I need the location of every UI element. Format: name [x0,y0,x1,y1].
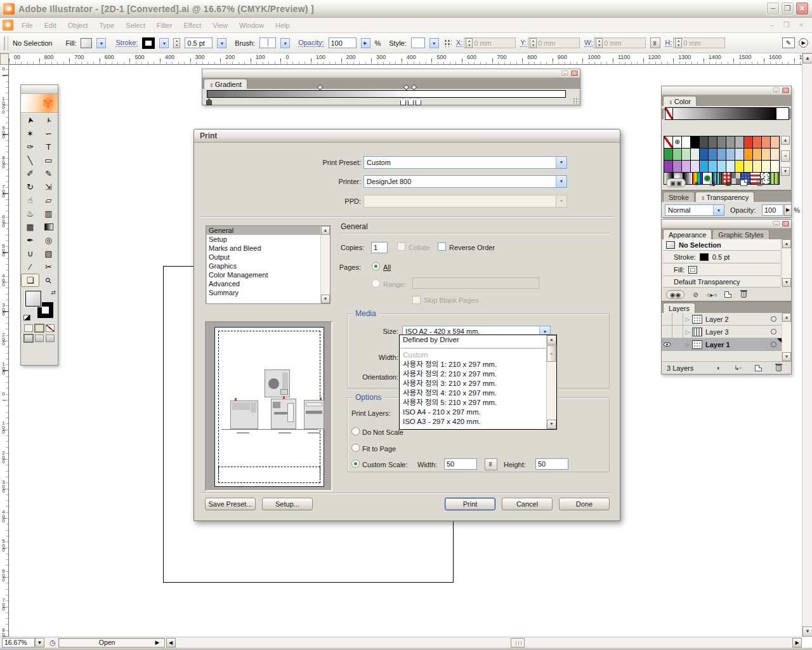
swatch[interactable]: ⊕ [673,136,682,149]
gradient-stop[interactable] [206,98,212,105]
color-spectrum-bar[interactable] [665,107,789,120]
brush-combo[interactable]: ⏐ [259,37,276,48]
status-menu-icon[interactable]: ▶ [155,639,164,646]
stroke-width-dropdown-icon[interactable]: ▼ [217,38,226,48]
opacity-spinner-icon[interactable]: ▶ [361,38,370,48]
swatch[interactable] [700,136,709,149]
size-option[interactable]: ISO A3 - 297 x 420 mm. [400,417,546,427]
clear-appearance-button[interactable]: ⊘ [690,290,700,299]
scroll-down-icon[interactable]: ▼ [547,420,556,429]
pen-tool[interactable]: ✑ [21,140,39,154]
resize-grip[interactable] [573,98,579,104]
print-dialog-titlebar[interactable]: Print [194,129,620,143]
visibility-toggle[interactable] [662,326,672,338]
scroll-down-icon[interactable]: ▼ [321,295,330,303]
blend-tool[interactable]: ◎ [39,234,58,247]
tab-transparency[interactable]: ⇕Transparency [695,192,755,202]
scrollbar-thumb[interactable] [511,638,525,647]
scroll-up-icon[interactable]: ▲ [802,53,812,63]
scroll-down-icon[interactable]: ▼ [782,278,791,287]
scrollbar-thumb[interactable]: ≡ [781,150,790,162]
delete-swatch-button[interactable] [755,178,765,187]
swatch[interactable] [717,149,726,161]
print-section-summary[interactable]: Summary [206,288,330,297]
link-scale-icon[interactable]: ∞ [485,458,497,470]
fullscreen-menubar-mode-button[interactable] [35,335,44,342]
menu-view[interactable]: View [207,19,233,32]
swatch[interactable] [664,136,673,149]
print-section-advanced[interactable]: Advanced [206,279,330,288]
swatch[interactable] [771,161,780,173]
scrollbar-thumb[interactable]: ≡ [547,345,556,362]
setup-button[interactable]: Setup... [262,498,313,510]
fit-to-page-radio[interactable] [351,444,360,452]
status-display[interactable]: Open ▶ [58,638,165,647]
printer-combo[interactable]: DesignJet 800▼ [363,175,567,188]
standard-screen-mode-button[interactable] [24,335,33,342]
selection-tool[interactable]: ➤ [21,114,39,127]
swatch[interactable] [709,149,717,161]
scale-height-field[interactable]: 50 [535,458,568,470]
style-combo[interactable] [411,37,425,48]
print-section-output[interactable]: Output [206,253,330,262]
create-layer-button[interactable] [753,364,763,373]
delete-item-button[interactable] [739,290,749,299]
color-button[interactable] [24,324,33,332]
tab-gradient[interactable]: ⇕Gradient [204,79,247,89]
free-transform-tool[interactable]: ▱ [39,194,58,207]
reference-point-icon[interactable] [443,39,452,47]
menu-effect[interactable]: Effect [178,19,207,32]
gradient-minimize-icon[interactable]: – [561,70,569,77]
size-option[interactable]: 사용자 정의 4: 210 x 297 mm. [400,388,546,398]
tab-appearance[interactable]: Appearance [663,229,712,239]
swatch[interactable] [709,161,717,173]
swatch[interactable] [691,136,700,149]
dropdown-scrollbar[interactable]: ▲ ≡ ▼ [546,335,556,429]
show-pattern-swatches-button[interactable]: ▦ [723,178,733,187]
new-swatch-button[interactable] [739,178,749,187]
zoom-level-field[interactable]: 16.67% [2,638,35,647]
x-label[interactable]: X: [456,39,462,47]
print-sections-list[interactable]: GeneralSetupMarks and BleedOutputGraphic… [206,225,331,304]
layer-row[interactable]: ▷Layer 3 [662,326,782,338]
chevron-down-icon[interactable]: ▼ [556,176,566,187]
gradient-palette-titlebar[interactable]: – × [202,69,580,78]
page-tool[interactable]: ❏ [21,274,39,287]
actions-icon[interactable]: ✎ [782,37,795,48]
lock-toggle[interactable] [672,326,683,338]
scroll-up-icon[interactable]: ▲ [781,136,790,145]
swatch[interactable] [735,161,744,173]
target-icon[interactable] [771,342,776,347]
h-label[interactable]: H: [665,39,672,47]
maximize-button[interactable]: ❒ [781,2,794,15]
tab-stroke[interactable]: Stroke [663,192,695,202]
gradient-button[interactable] [35,324,44,332]
menu-file[interactable]: File [16,19,39,32]
opacity-spinner-icon[interactable]: ▶ [784,204,792,216]
print-section-setup[interactable]: Setup [206,235,330,244]
swatch[interactable] [700,149,709,161]
white-color-chip[interactable] [776,108,789,119]
zoom-dropdown-icon[interactable]: ▼ [35,638,44,647]
tools-palette-titlebar[interactable] [21,85,58,94]
swatch[interactable] [744,161,753,173]
menu-window[interactable]: Window [233,19,270,32]
do-not-scale-radio[interactable] [351,427,360,435]
opacity-field[interactable]: 100 [762,204,783,216]
slice-tool[interactable]: ∕ [21,260,39,274]
gradient-tool[interactable] [39,220,58,234]
fill-color-well[interactable] [25,291,41,307]
swatch[interactable] [717,136,726,149]
swatch[interactable] [726,136,735,149]
size-option[interactable]: 사용자 정의 1: 210 x 297 mm. [400,360,546,369]
appearance-scrollbar[interactable]: ▲ ▼ [782,239,791,287]
live-paint-selection-tool[interactable]: ▧ [39,247,58,260]
toolbar-overflow-button[interactable]: ▶ [799,38,808,48]
print-button[interactable]: Print [445,498,495,510]
pencil-tool[interactable]: ✎ [39,167,58,180]
make-clipping-mask-button[interactable]: ◑ [712,364,723,373]
live-paint-bucket-tool[interactable]: ∪ [21,247,39,260]
palette-minimize-icon[interactable]: – [772,87,780,94]
scroll-right-icon[interactable]: ▶ [792,638,802,647]
menu-select[interactable]: Select [120,19,151,32]
